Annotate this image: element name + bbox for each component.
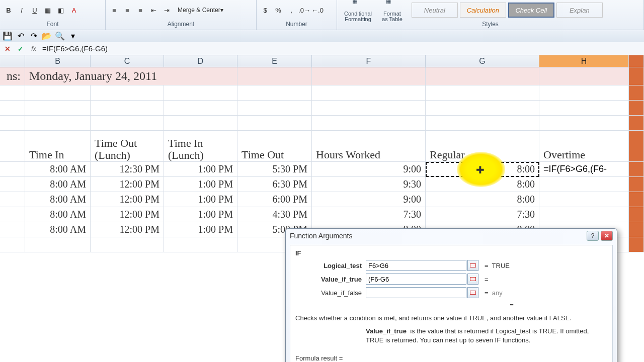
qat-save-icon[interactable]: 💾 (2, 32, 13, 41)
fill-color-button[interactable]: ◧ (55, 5, 66, 16)
header-time-out-lunch[interactable]: Time Out (Lunch) (91, 131, 164, 161)
cell[interactable] (629, 162, 644, 176)
col-header-e[interactable]: E (237, 55, 312, 67)
cell[interactable] (629, 67, 644, 85)
table-row[interactable]: 8:00 AM 12:00 PM 1:00 PM 6:00 PM 9:00 8:… (0, 192, 644, 207)
cell-overtime[interactable] (539, 177, 629, 192)
cell-time-out[interactable]: 4:30 PM (237, 207, 312, 222)
qat-print-preview-icon[interactable]: 🔍 (54, 32, 65, 41)
header-time-in[interactable]: Time In (25, 131, 91, 161)
align-center-button[interactable]: ≡ (122, 5, 133, 16)
cell[interactable] (312, 67, 426, 85)
insert-function-button[interactable]: fx (29, 44, 38, 53)
cell[interactable] (539, 67, 629, 85)
decrease-decimal-button[interactable]: ←.0 (312, 5, 323, 16)
cell-styles-gallery[interactable]: Neutral Calculation Check Cell Explan (409, 3, 606, 18)
col-header-c[interactable]: C (91, 55, 164, 67)
cell-regular[interactable]: 8:00 (426, 192, 539, 207)
table-row[interactable]: 8:00 AM 12:00 PM 1:00 PM 6:30 PM 9:30 8:… (0, 177, 644, 192)
cell-hours[interactable]: 9:30 (312, 177, 426, 192)
border-button[interactable]: ▦ (42, 5, 53, 16)
header-hours-worked[interactable]: Hours Worked (312, 131, 426, 161)
collapse-dialog-button[interactable] (467, 287, 478, 298)
cell-out-lunch[interactable]: 12:00 PM (91, 207, 164, 222)
collapse-dialog-button[interactable] (467, 274, 478, 285)
cell[interactable] (629, 222, 644, 237)
cell[interactable] (0, 222, 25, 237)
formula-input[interactable] (42, 44, 641, 53)
col-header-d[interactable]: D (164, 55, 237, 67)
style-check-cell[interactable]: Check Cell (508, 3, 554, 18)
cell-time-in[interactable]: 8:00 AM (25, 177, 91, 192)
active-cell-h6[interactable]: =IF(F6>G6,(F6- (539, 162, 629, 176)
font-color-button[interactable]: A (68, 5, 79, 16)
cell-in-lunch[interactable]: 1:00 PM (164, 162, 237, 176)
collapse-dialog-button[interactable] (467, 260, 478, 271)
cell-regular[interactable]: 8:00 (426, 177, 539, 192)
comma-button[interactable]: , (286, 5, 297, 16)
cell-hours[interactable]: 9:00 (312, 162, 426, 176)
cell[interactable] (426, 67, 539, 85)
header-time-out[interactable]: Time Out (237, 131, 312, 161)
align-right-button[interactable]: ≡ (135, 5, 146, 16)
logical-test-input[interactable] (366, 260, 466, 271)
table-row[interactable]: 8:00 AM 12:30 PM 1:00 PM 5:30 PM 9:00 8:… (0, 162, 644, 177)
col-header-h[interactable]: H (539, 55, 629, 67)
cell-in-lunch[interactable]: 1:00 PM (164, 177, 237, 192)
style-calculation[interactable]: Calculation (460, 3, 506, 18)
col-header-edge[interactable] (0, 55, 25, 67)
style-explanatory[interactable]: Explan (556, 3, 603, 18)
italic-button[interactable]: I (16, 5, 27, 16)
cell-overtime[interactable] (539, 207, 629, 222)
cell-in-lunch[interactable]: 1:00 PM (164, 192, 237, 207)
merge-center-button[interactable]: Merge & Center ▾ (174, 5, 227, 16)
style-neutral[interactable]: Neutral (412, 3, 458, 18)
dialog-help-button[interactable]: ? (587, 231, 599, 241)
col-header-edge-right[interactable] (629, 55, 644, 67)
dialog-titlebar[interactable]: Function Arguments ? ✕ (286, 229, 617, 243)
cell[interactable] (629, 177, 644, 192)
cell[interactable] (0, 131, 25, 161)
indent-increase-button[interactable]: ⇥ (161, 5, 172, 16)
cell-time-in[interactable]: 8:00 AM (25, 207, 91, 222)
increase-decimal-button[interactable]: .0→ (299, 5, 310, 16)
cell[interactable] (629, 207, 644, 222)
header-overtime[interactable]: Overtime (539, 131, 629, 161)
conditional-formatting-button[interactable]: ▦ Conditional Formatting (340, 0, 376, 22)
cancel-formula-button[interactable]: ✕ (3, 44, 12, 53)
cell[interactable] (0, 177, 25, 192)
cell[interactable] (0, 192, 25, 207)
bold-button[interactable]: B (3, 5, 14, 16)
cell-time-in[interactable]: 8:00 AM (25, 162, 91, 176)
cell-time-in[interactable]: 8:00 AM (25, 222, 91, 237)
cell-hours[interactable]: 7:30 (312, 207, 426, 222)
cell-overtime[interactable] (539, 192, 629, 207)
qat-open-icon[interactable]: 📂 (41, 32, 52, 41)
cell-time-out[interactable]: 6:00 PM (237, 192, 312, 207)
format-as-table-button[interactable]: ▦ Format as Table (378, 0, 407, 22)
cell[interactable] (629, 131, 644, 161)
enter-formula-button[interactable]: ✓ (16, 44, 25, 53)
date-label-cell[interactable]: ns: (0, 67, 25, 85)
cell-out-lunch[interactable]: 12:00 PM (91, 192, 164, 207)
cell-time-in[interactable]: 8:00 AM (25, 192, 91, 207)
cell-time-out[interactable]: 6:30 PM (237, 177, 312, 192)
value-if-true-input[interactable] (366, 274, 466, 285)
cell-out-lunch[interactable]: 12:00 PM (91, 177, 164, 192)
cell[interactable] (0, 207, 25, 222)
dialog-close-button[interactable]: ✕ (601, 231, 613, 241)
cell-out-lunch[interactable]: 12:30 PM (91, 162, 164, 176)
percent-button[interactable]: % (273, 5, 284, 16)
col-header-b[interactable]: B (25, 55, 91, 67)
underline-button[interactable]: U (29, 5, 40, 16)
qat-customize-icon[interactable]: ▾ (67, 32, 78, 41)
cell[interactable] (237, 67, 312, 85)
cell-in-lunch[interactable]: 1:00 PM (164, 207, 237, 222)
date-row[interactable]: ns: Monday, January 24, 2011 (0, 67, 644, 85)
worksheet-grid[interactable]: B C D E F G H ns: Monday, January 24, 20… (0, 55, 644, 252)
cell-time-out[interactable]: 5:30 PM (237, 162, 312, 176)
value-if-false-input[interactable] (366, 287, 466, 298)
table-row[interactable]: 8:00 AM 12:00 PM 1:00 PM 4:30 PM 7:30 7:… (0, 207, 644, 222)
header-regular[interactable]: Regular (426, 131, 539, 161)
cell-regular[interactable]: 7:30 (426, 207, 539, 222)
